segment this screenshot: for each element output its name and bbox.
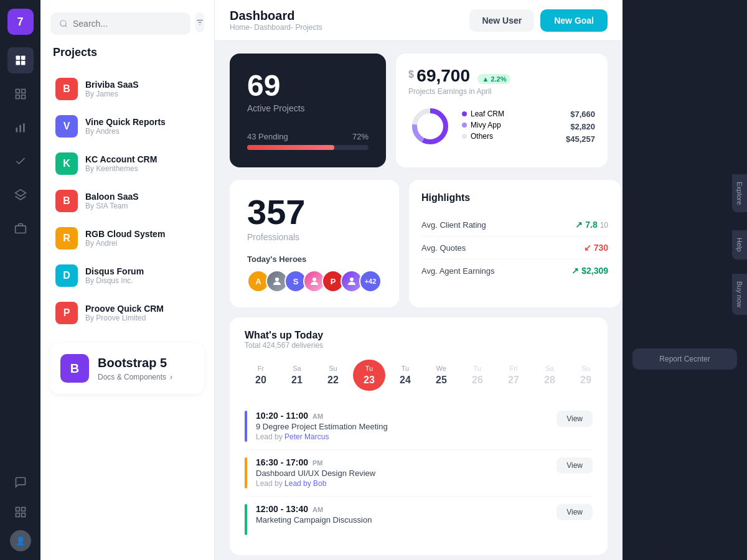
report-center-button[interactable]: Report Cecnter: [632, 348, 737, 370]
list-item[interactable]: P Proove Quick CRM By Proove Limited: [50, 296, 204, 330]
project-icon: K: [55, 152, 78, 175]
sidebar-item-check[interactable]: [7, 148, 34, 174]
project-icon: P: [55, 302, 78, 324]
event-title: 9 Degree Project Estimation Meeting: [256, 422, 548, 431]
cal-day[interactable]: Tu24: [389, 360, 421, 391]
app-avatar[interactable]: 7: [7, 9, 34, 35]
legend-dot: [462, 123, 467, 128]
new-goal-button[interactable]: New Goal: [540, 9, 608, 32]
svg-rect-1: [21, 56, 25, 60]
list-item[interactable]: B Baloon SaaS By SIA Team: [50, 184, 204, 218]
list-item[interactable]: D Disqus Forum By Disqus Inc.: [50, 258, 204, 293]
cal-day[interactable]: We25: [425, 360, 458, 391]
highlight-label: Avg. Client Rating: [421, 220, 486, 230]
professionals-card: 357 Professionals Today's Heroes A S P: [230, 180, 399, 307]
cal-day[interactable]: Fri27: [497, 360, 530, 391]
earnings-card: $ 69,700 ▲ 2.2% Projects Earnings in Apr…: [396, 54, 608, 167]
project-by: By Andres: [85, 127, 166, 136]
calendar-days: Fr20 Sa21 Su22 Tu23 Tu24 We25 Tu26 Fri27…: [245, 360, 593, 391]
svg-rect-0: [16, 56, 20, 60]
list-item[interactable]: R RGB Cloud System By Andrei: [50, 221, 204, 256]
svg-rect-7: [21, 95, 25, 99]
project-name: Disqus Forum: [85, 266, 144, 276]
legend-item: Mivy App: [462, 121, 504, 129]
main-content: Dashboard Home- Dashboard- Projects New …: [215, 0, 622, 560]
legend-item: Leaf CRM: [462, 110, 504, 118]
sidebar-item-chart[interactable]: [7, 114, 34, 141]
event-lead: Lead by Lead by Bob: [256, 479, 548, 488]
svg-rect-2: [16, 61, 20, 65]
event-lead-link[interactable]: Lead by Bob: [284, 479, 326, 488]
sidebar-item-grid[interactable]: [7, 81, 34, 107]
donut-chart: [408, 105, 452, 148]
bootstrap-icon: B: [60, 354, 89, 383]
search-bar[interactable]: [50, 12, 190, 35]
cal-day[interactable]: Tu26: [461, 360, 494, 391]
cal-day[interactable]: Sa21: [281, 360, 313, 391]
event-view-button[interactable]: View: [557, 457, 593, 474]
highlights-title: Highlights: [421, 192, 608, 203]
sidebar-item-briefcase[interactable]: [7, 215, 34, 241]
earnings-label: Projects Earnings in April: [408, 87, 595, 96]
list-item[interactable]: K KC Account CRM By Keenthemes: [50, 146, 204, 181]
svg-rect-3: [21, 61, 25, 65]
active-projects-number: 69: [247, 71, 369, 101]
svg-rect-9: [19, 125, 21, 133]
schedule-title: What's up Today: [245, 330, 323, 341]
legend-dot: [462, 134, 467, 139]
projects-title: Projects: [50, 46, 204, 59]
search-input[interactable]: [73, 19, 182, 29]
svg-point-26: [350, 278, 354, 281]
sidebar-item-message[interactable]: [7, 469, 34, 495]
svg-point-24: [275, 278, 279, 281]
project-name: Proove Quick CRM: [85, 304, 164, 314]
earnings-amount: 69,700: [416, 66, 470, 85]
event-time: 12:00 - 13:40 AM: [256, 504, 548, 514]
cal-day[interactable]: Su22: [317, 360, 349, 391]
sidebar-item-dashboard[interactable]: [7, 47, 34, 73]
svg-rect-8: [16, 128, 17, 133]
project-icon: B: [55, 78, 78, 100]
dashboard-top-grid: 69 Active Projects 43 Pending 72% $ 69,7…: [215, 41, 622, 180]
event-time: 10:20 - 11:00 AM: [256, 411, 548, 421]
svg-rect-15: [16, 513, 19, 517]
pending-percent: 72%: [352, 132, 369, 141]
list-item[interactable]: V Vine Quick Reports By Andres: [50, 109, 204, 144]
active-projects-label: Active Projects: [247, 103, 369, 113]
new-user-button[interactable]: New User: [469, 9, 534, 32]
svg-rect-4: [16, 90, 19, 93]
sidebar-item-layers[interactable]: [7, 182, 34, 208]
schedule-subtitle: Total 424,567 deliveries: [245, 341, 323, 350]
user-avatar[interactable]: 👤: [10, 530, 31, 551]
project-icon: V: [55, 115, 78, 138]
cal-day[interactable]: Su29: [570, 360, 593, 391]
project-icon: D: [55, 264, 78, 287]
svg-rect-16: [21, 513, 25, 517]
highlight-label: Avg. Agent Earnings: [421, 266, 495, 276]
filter-button[interactable]: [195, 12, 204, 32]
earnings-val-2: $45,257: [566, 134, 595, 144]
event-item: 16:30 - 17:00 PM Dashboard UI/UX Design …: [245, 450, 593, 497]
sidebar-bottom: 👤: [7, 465, 34, 560]
cal-day-today[interactable]: Tu23: [353, 360, 385, 391]
right-panel-content: Report Cecnter: [622, 0, 747, 382]
event-lead-link[interactable]: Peter Marcus: [284, 432, 329, 441]
list-item[interactable]: B Briviba SaaS By James: [50, 72, 204, 106]
schedule-section: What's up Today Total 424,567 deliveries…: [215, 317, 622, 560]
event-view-button[interactable]: View: [557, 504, 593, 520]
heroes-avatars: A S P +42: [247, 270, 382, 292]
cal-day[interactable]: Sa28: [533, 360, 566, 391]
highlight-value: 7.8 10: [575, 220, 608, 230]
professionals-label: Professionals: [247, 232, 382, 242]
project-by: By SIA Team: [85, 202, 139, 210]
docs-link[interactable]: Docs & Components ›: [98, 373, 172, 381]
svg-rect-14: [21, 508, 25, 511]
svg-point-25: [312, 278, 316, 281]
header-actions: New User New Goal: [469, 9, 608, 32]
sidebar-item-grid2[interactable]: [7, 499, 34, 525]
event-view-button[interactable]: View: [557, 411, 593, 427]
docs-label: Docs & Components: [98, 373, 166, 381]
bootstrap-card: B Bootstrap 5 Docs & Components ›: [50, 343, 204, 394]
cal-day[interactable]: Fr20: [245, 360, 277, 391]
header-left: Dashboard Home- Dashboard- Projects: [230, 9, 322, 32]
